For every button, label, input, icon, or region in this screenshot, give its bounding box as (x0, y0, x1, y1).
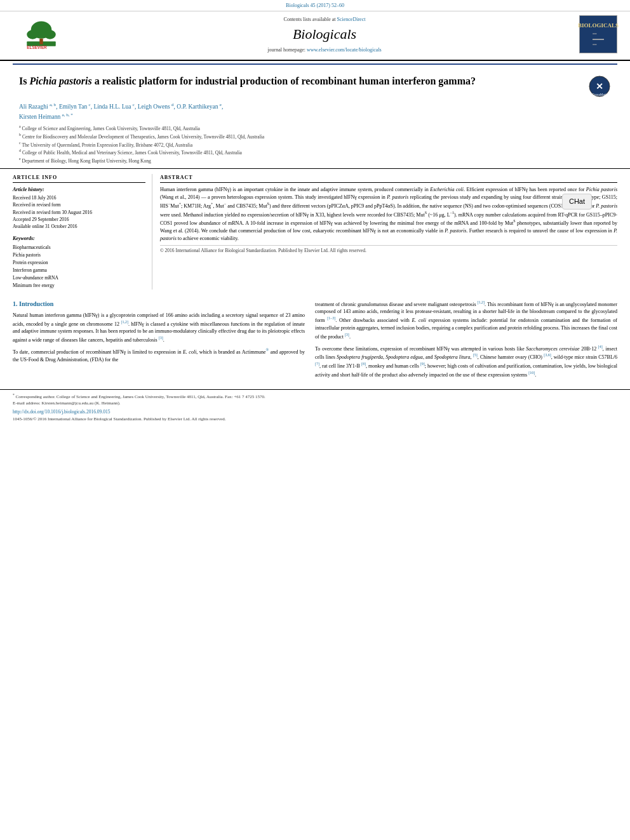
journal-volume-bar: Biologicals 45 (2017) 52–60 (0, 0, 630, 11)
affiliations: a College of Science and Engineering, Ja… (19, 124, 611, 164)
academic-page: Biologicals 45 (2017) 52–60 ELSEVIER Con… (0, 0, 630, 840)
chat-button[interactable]: CHat (562, 194, 592, 210)
keywords-label: Keywords: (13, 235, 145, 242)
revised-date: Received in revised form 30 August 2016 (13, 209, 145, 216)
badge-text: BIOLOGICALS (578, 22, 619, 30)
sciencedirect-link[interactable]: ScienceDirect (337, 17, 366, 22)
section1-title: 1. Introduction (13, 300, 305, 309)
history-label: Article history: (13, 186, 145, 193)
body-left-col: 1. Introduction Natural human interferon… (13, 300, 305, 382)
journal-title-row: ELSEVIER Contents lists available at Sci… (0, 11, 630, 57)
body-right-col: treatment of chronic granulomatous disea… (315, 300, 617, 382)
kw-mfe: Minimum free energy (13, 282, 145, 290)
revised-label: Received in revised form (13, 201, 145, 208)
svg-point-3 (44, 30, 56, 39)
issn-text: 1045-1056/© 2016 International Alliance … (13, 417, 617, 423)
chat-label[interactable]: CHat (569, 197, 585, 205)
article-title-row: Is Pichia pastoris a realistic platform … (19, 75, 611, 98)
volume-text: Biologicals 45 (2017) 52–60 (286, 3, 344, 8)
journal-name: Biologicals (70, 25, 579, 44)
svg-point-2 (27, 30, 38, 39)
article-info-header: ARTICLE INFO (13, 174, 145, 183)
footnote-email: E-mail address: Kirsten.heimann@jcu.edu.… (13, 401, 617, 407)
crossmark-icon[interactable]: ✕ CrossMark (588, 75, 611, 98)
kw-biopharm: Biopharmaceuticals (13, 244, 145, 251)
article-header: Is Pichia pastoris a realistic platform … (0, 69, 630, 169)
intro-para-1: Natural human interferon gamma (hIFNγ) i… (13, 312, 305, 344)
accepted-date: Accepted 29 September 2016 (13, 216, 145, 223)
online-date: Available online 31 October 2016 (13, 223, 145, 230)
biologicals-badge: BIOLOGICALS ▪▪▪▬▬▬▪▪▪ (579, 15, 617, 53)
page-footer: * Corresponding author. College of Scien… (0, 389, 630, 425)
kw-pichia: Pichia pastoris (13, 251, 145, 259)
abstract-col: ABSTRACT Human interferon gamma (hIFNγ) … (160, 174, 617, 290)
homepage-line: journal homepage: www.elsevier.com/locat… (70, 46, 579, 53)
body-section: 1. Introduction Natural human interferon… (0, 295, 630, 387)
svg-text:ELSEVIER: ELSEVIER (27, 45, 47, 50)
article-info-col: ARTICLE INFO Article history: Received 1… (13, 174, 152, 290)
article-title: Is Pichia pastoris a realistic platform … (19, 75, 582, 88)
intro-para-2: To date, commercial production of recomb… (13, 347, 305, 364)
kw-ifn: Interferon gamma (13, 267, 145, 274)
abstract-header: ABSTRACT (160, 174, 617, 183)
elsevier-tree-icon: ELSEVIER (22, 18, 60, 50)
abstract-text: Human interferon gamma (hIFNγ) is an imp… (160, 186, 617, 243)
intro-para-4: To overcome these limitations, expressio… (315, 344, 617, 379)
kw-mrna: Low-abundance mRNA (13, 274, 145, 282)
authors: Ali Razaghi a, b, Emilyn Tan c, Linda H.… (19, 102, 611, 121)
intro-para-3: treatment of chronic granulomatous disea… (315, 300, 617, 341)
homepage-link[interactable]: www.elsevier.com/locate/biologicals (307, 47, 382, 53)
article-info-abstract: ARTICLE INFO Article history: Received 1… (0, 169, 630, 295)
journal-header: Biologicals 45 (2017) 52–60 ELSEVIER Con… (0, 0, 630, 61)
contents-line: Contents lists available at ScienceDirec… (70, 16, 579, 23)
copyright-line: © 2016 International Alliance for Biolog… (160, 245, 617, 255)
journal-center: Contents lists available at ScienceDirec… (70, 16, 579, 53)
svg-rect-4 (39, 39, 43, 44)
badge-sub: ▪▪▪▬▬▬▪▪▪ (593, 31, 604, 47)
svg-text:CrossMark: CrossMark (592, 93, 608, 97)
elsevier-logo: ELSEVIER (13, 18, 70, 50)
kw-protein: Protein expression (13, 259, 145, 267)
svg-text:✕: ✕ (596, 81, 603, 91)
divider (13, 63, 617, 65)
received-date: Received 18 July 2016 (13, 194, 145, 201)
footnote-corresponding: * Corresponding author. College of Scien… (13, 393, 617, 401)
doi-link[interactable]: http://dx.doi.org/10.1016/j.biologicals.… (13, 409, 617, 416)
